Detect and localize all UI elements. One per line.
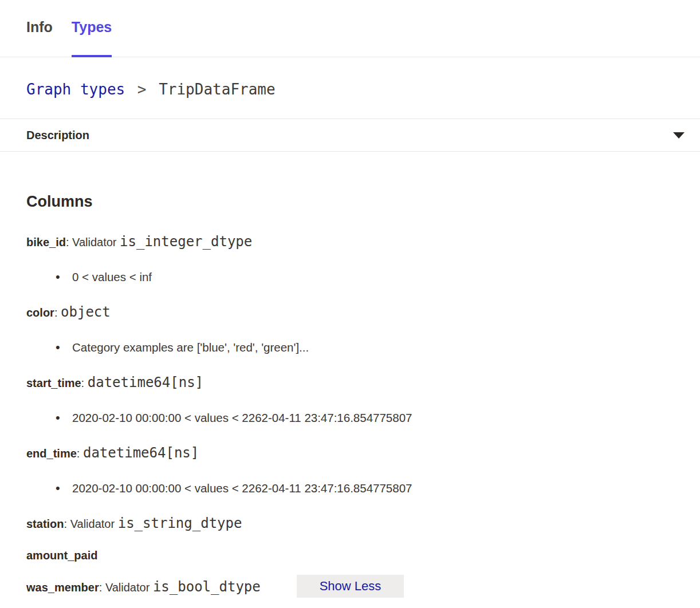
breadcrumb-separator: > xyxy=(134,81,150,98)
tab-bar: Info Types xyxy=(0,0,700,57)
dtype-code: datetime64[ns] xyxy=(83,445,199,461)
dtype-code: datetime64[ns] xyxy=(88,374,203,390)
column-def-bike-id: bike_id: Validator is_integer_dtype xyxy=(26,233,674,251)
tab-info[interactable]: Info xyxy=(26,0,53,57)
dtype-code: is_bool_dtype xyxy=(153,579,261,595)
breadcrumb: Graph types > TripDataFrame xyxy=(0,57,700,119)
column-def-station: station: Validator is_string_dtype xyxy=(26,515,674,532)
breadcrumb-current: TripDataFrame xyxy=(159,81,276,98)
tab-info-label: Info xyxy=(26,19,53,35)
breadcrumb-link-graph-types[interactable]: Graph types xyxy=(26,81,125,98)
column-def-end-time: end_time: datetime64[ns] xyxy=(26,444,674,462)
tab-types[interactable]: Types xyxy=(72,0,112,57)
constraint-item: 0 < values < inf xyxy=(26,269,674,286)
start-time-constraints: 2020-02-10 00:00:00 < values < 2262-04-1… xyxy=(26,409,674,427)
columns-section: Columns bike_id: Validator is_integer_dt… xyxy=(0,192,700,596)
end-time-constraints: 2020-02-10 00:00:00 < values < 2262-04-1… xyxy=(26,480,674,497)
bike-id-constraints: 0 < values < inf xyxy=(26,269,674,286)
column-def-start-time: start_time: datetime64[ns] xyxy=(26,374,674,392)
dtype-code: object xyxy=(61,304,111,320)
chevron-down-icon[interactable] xyxy=(673,132,685,139)
constraint-item: 2020-02-10 00:00:00 < values < 2262-04-1… xyxy=(26,409,674,427)
column-def-color: color: object xyxy=(26,303,674,321)
description-label: Description xyxy=(26,129,89,142)
show-less-button[interactable]: Show Less xyxy=(297,575,404,598)
constraint-item: Category examples are ['blue', 'red', 'g… xyxy=(26,339,674,356)
description-section-header[interactable]: Description xyxy=(0,119,700,152)
columns-heading: Columns xyxy=(26,192,674,211)
color-constraints: Category examples are ['blue', 'red', 'g… xyxy=(26,339,674,356)
dtype-code: is_integer_dtype xyxy=(120,234,252,250)
column-def-amount-paid: amount_paid xyxy=(26,547,674,564)
dtype-code: is_string_dtype xyxy=(118,515,242,531)
types-page: Info Types Graph types > TripDataFrame D… xyxy=(0,0,700,608)
tab-types-label: Types xyxy=(72,19,112,35)
constraint-item: 2020-02-10 00:00:00 < values < 2262-04-1… xyxy=(26,480,674,497)
